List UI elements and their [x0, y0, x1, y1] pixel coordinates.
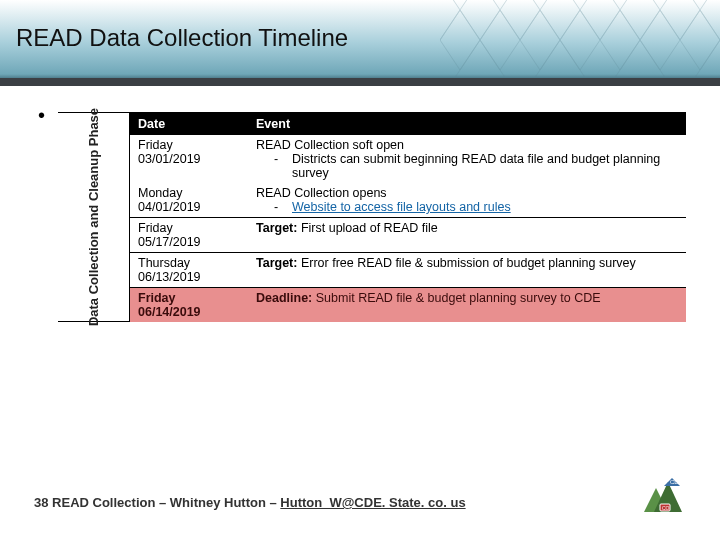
date-cell: Monday 04/01/2019 — [130, 183, 248, 217]
cde-logo: CDE CO — [634, 474, 688, 522]
event-cell: Deadline: Submit READ file & budget plan… — [248, 288, 686, 322]
date-value: 06/13/2019 — [138, 270, 240, 284]
table-body: Date Event Friday 03/01/2019 READ Collec… — [130, 112, 686, 322]
event-cell: READ Collection soft open Districts can … — [248, 135, 686, 183]
deadline-label: Deadline: — [256, 291, 312, 305]
date-cell: Friday 05/17/2019 — [130, 218, 248, 252]
event-subitem: Districts can submit beginning READ data… — [256, 152, 678, 180]
date-dow: Friday — [138, 291, 240, 305]
date-value: 04/01/2019 — [138, 200, 240, 214]
date-dow: Friday — [138, 138, 240, 152]
slide-number: 38 — [34, 495, 48, 510]
event-subitem: Website to access file layouts and rules — [256, 200, 678, 214]
date-value: 06/14/2019 — [138, 305, 240, 319]
content-area: • Data Collection and Cleanup Phase Date… — [0, 86, 720, 322]
event-text: Error free READ file & submission of bud… — [301, 256, 636, 270]
date-cell: Friday 06/14/2019 — [130, 288, 248, 322]
date-value: 05/17/2019 — [138, 235, 240, 249]
date-dow: Thursday — [138, 256, 240, 270]
table-row: Friday 05/17/2019 Target: First upload o… — [130, 217, 686, 252]
layouts-link[interactable]: Website to access file layouts and rules — [292, 200, 511, 214]
target-label: Target: — [256, 256, 297, 270]
date-value: 03/01/2019 — [138, 152, 240, 166]
mountain-logo-icon: CDE CO — [634, 474, 688, 518]
footer-email-link[interactable]: Hutton_W@CDE. State. co. us — [280, 495, 465, 510]
logo-co-text: CO — [662, 505, 670, 511]
header-event: Event — [248, 113, 686, 135]
event-text: READ Collection soft open — [256, 138, 678, 152]
date-cell: Thursday 06/13/2019 — [130, 253, 248, 287]
header-band: READ Data Collection Timeline — [0, 0, 720, 78]
table-row: Monday 04/01/2019 READ Collection opens … — [130, 183, 686, 217]
phase-cell: Data Collection and Cleanup Phase — [58, 112, 130, 322]
event-text: First upload of READ file — [301, 221, 438, 235]
triangle-pattern-icon — [440, 0, 720, 78]
table-header-row: Date Event — [130, 113, 686, 135]
event-cell: Target: First upload of READ file — [248, 218, 686, 252]
page-title: READ Data Collection Timeline — [16, 24, 348, 52]
date-cell: Friday 03/01/2019 — [130, 135, 248, 183]
event-cell: Target: Error free READ file & submissio… — [248, 253, 686, 287]
footer-text: READ Collection – Whitney Hutton – — [52, 495, 280, 510]
date-dow: Friday — [138, 221, 240, 235]
timeline-table: Data Collection and Cleanup Phase Date E… — [58, 112, 686, 322]
event-text: READ Collection opens — [256, 186, 678, 200]
phase-label: Data Collection and Cleanup Phase — [86, 108, 102, 326]
logo-text: CDE — [670, 479, 683, 485]
bullet-icon: • — [38, 104, 45, 127]
accent-bar — [0, 78, 720, 86]
event-text: Submit READ file & budget planning surve… — [316, 291, 601, 305]
target-label: Target: — [256, 221, 297, 235]
date-dow: Monday — [138, 186, 240, 200]
header-date: Date — [130, 113, 248, 135]
table-row: Friday 03/01/2019 READ Collection soft o… — [130, 135, 686, 183]
event-cell: READ Collection opens Website to access … — [248, 183, 686, 217]
table-row-deadline: Friday 06/14/2019 Deadline: Submit READ … — [130, 287, 686, 322]
footer: 38 READ Collection – Whitney Hutton – Hu… — [34, 495, 620, 510]
table-row: Thursday 06/13/2019 Target: Error free R… — [130, 252, 686, 287]
slide: READ Data Collection Timeline • Data Col… — [0, 0, 720, 540]
